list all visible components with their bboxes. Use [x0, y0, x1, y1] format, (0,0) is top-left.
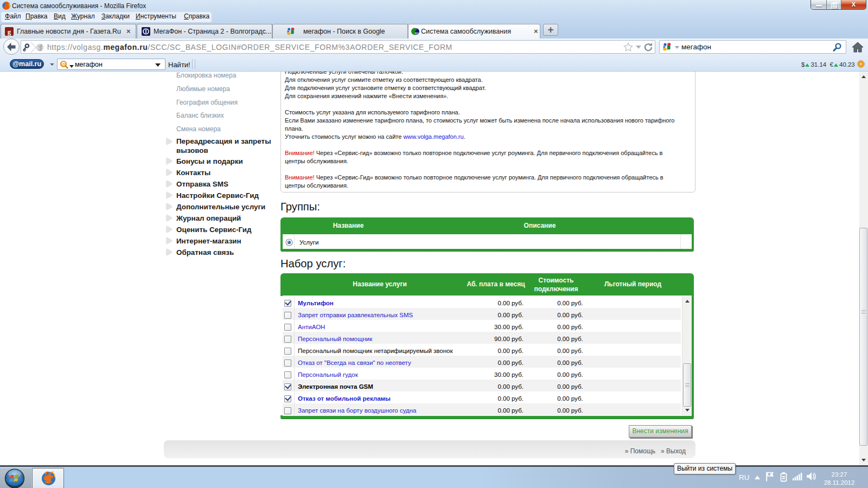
svg-text:g: g [8, 28, 11, 36]
